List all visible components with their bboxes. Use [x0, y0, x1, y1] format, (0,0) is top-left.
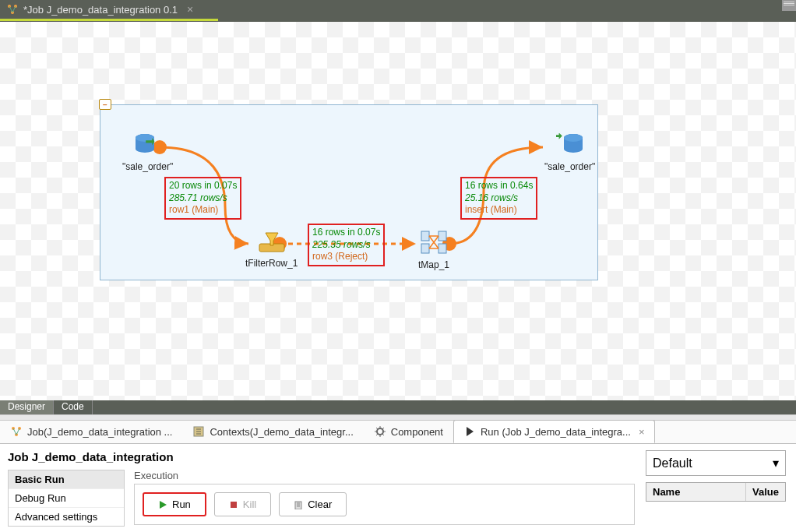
design-canvas[interactable]: − "	[0, 22, 796, 400]
execution-label: Execution	[134, 470, 635, 481]
kill-button[interactable]: Kill	[214, 492, 271, 516]
metric-insert: 16 rows in 0.64s 25.16 rows/s insert (Ma…	[460, 177, 537, 220]
clear-icon	[294, 500, 303, 509]
chevron-down-icon: ▾	[773, 456, 779, 470]
editor-tab[interactable]: *Job J_demo_data_integration 0.1 ×	[0, 0, 199, 19]
metric-row3: 16 rows in 0.07s 225.35 rows/s row3 (Rej…	[308, 224, 385, 266]
collapse-icon[interactable]: −	[99, 99, 111, 110]
section-debug-run[interactable]: Debug Run	[9, 489, 124, 508]
tab-contexts[interactable]: Contexts(J_demo_data_integr...	[182, 420, 363, 443]
section-basic-run[interactable]: Basic Run	[9, 470, 124, 489]
tab-designer[interactable]: Designer	[0, 400, 54, 414]
svg-rect-9	[439, 231, 446, 241]
editor-tab-title: *Job J_demo_data_integration 0.1	[23, 4, 178, 16]
clear-button[interactable]: Clear	[279, 492, 347, 516]
node-output-db[interactable]: "sale_order"	[544, 133, 595, 172]
tab-active-indicator	[0, 19, 218, 21]
contexts-icon	[192, 425, 205, 438]
tmap-icon	[420, 230, 448, 255]
tab-component[interactable]: Component	[364, 420, 453, 443]
node-tmap[interactable]: tMap_1	[418, 230, 449, 270]
close-icon[interactable]: ×	[187, 3, 193, 16]
metric-row1: 20 rows in 0.07s 285.71 rows/s row1 (Mai…	[164, 177, 241, 220]
context-select[interactable]: Default ▾	[646, 450, 786, 476]
play-icon	[463, 425, 476, 438]
svg-point-17	[377, 428, 383, 435]
db-input-icon	[134, 133, 162, 157]
node-label: tMap_1	[418, 259, 449, 270]
gear-icon	[374, 425, 386, 438]
svg-point-12	[564, 134, 583, 142]
subjob-container[interactable]: − "	[100, 104, 598, 280]
svg-rect-18	[231, 502, 237, 508]
db-output-icon	[556, 133, 584, 157]
node-label: "sale_order"	[544, 161, 595, 172]
col-value[interactable]: Value	[746, 483, 785, 501]
play-icon	[158, 500, 167, 509]
svg-rect-8	[421, 244, 429, 253]
restore-icon[interactable]	[782, 0, 796, 11]
close-icon[interactable]: ×	[639, 426, 645, 438]
run-job-title: Job J_demo_data_integration	[8, 450, 635, 463]
job-icon	[6, 3, 19, 16]
tab-job[interactable]: Job(J_demo_data_integration ...	[0, 420, 182, 443]
node-filter[interactable]: tFilterRow_1	[245, 231, 298, 269]
node-label: tFilterRow_1	[245, 258, 298, 269]
svg-rect-7	[421, 231, 429, 241]
tab-run[interactable]: Run (Job J_demo_data_integra... ×	[453, 420, 655, 443]
run-button[interactable]: Run	[143, 492, 206, 516]
svg-rect-10	[439, 244, 446, 253]
node-input-db[interactable]: "sale_order"	[122, 133, 173, 172]
col-name[interactable]: Name	[646, 483, 746, 501]
job-icon	[10, 425, 23, 438]
node-label: "sale_order"	[122, 161, 173, 172]
properties-table: Name Value	[646, 482, 786, 502]
section-advanced-settings[interactable]: Advanced settings	[9, 508, 124, 526]
tab-code[interactable]: Code	[54, 400, 93, 414]
filter-icon	[258, 231, 286, 253]
stop-icon	[229, 500, 238, 509]
